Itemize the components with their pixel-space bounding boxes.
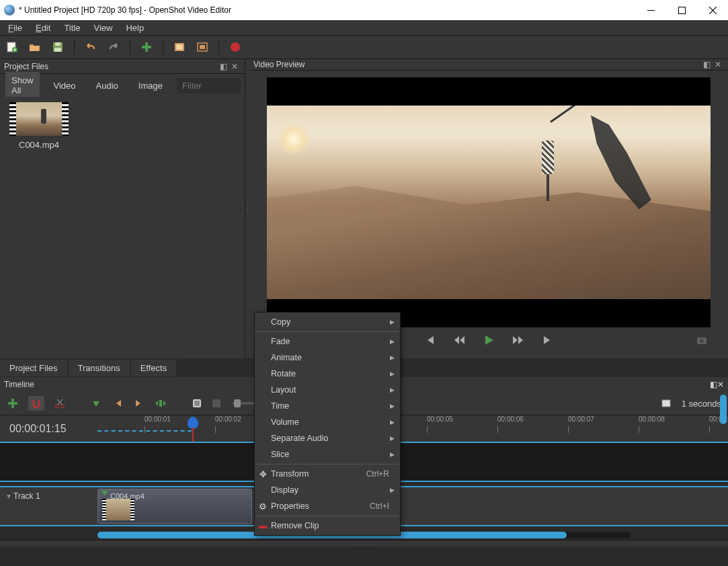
svg-rect-15 [159,400,162,407]
save-project-button[interactable] [51,40,65,54]
video-rendered-frame [267,106,711,299]
minimize-button[interactable] [635,0,666,20]
ruler-tick: 00:00:06 [497,415,524,423]
rewind-button[interactable] [453,334,465,346]
add-marker-button[interactable] [90,397,102,409]
maximize-button[interactable] [666,0,697,20]
svg-rect-18 [662,400,670,407]
project-files-panel: Project Files ◧ ✕ Show All Video Audio I… [0,59,245,358]
timeline-settings-icon[interactable] [660,397,672,409]
project-files-title: Project Files [4,62,48,71]
ctx-remove-clip[interactable]: ▬Remove Clip [255,518,400,534]
redo-button[interactable] [107,40,120,54]
current-timecode: 00:00:01:15 [0,415,97,442]
panel-close-icon[interactable]: ✕ [231,62,241,71]
project-file-item[interactable]: C004.mp4 [5,102,73,150]
menu-edit[interactable]: Edit [29,22,57,34]
fullscreen-button[interactable] [196,40,209,54]
app-icon [4,5,15,15]
main-toolbar [0,35,728,59]
menubar: File Edit Title View Help [0,20,728,35]
menu-title[interactable]: Title [57,22,87,34]
center-playhead-button[interactable] [155,397,167,409]
svg-point-13 [56,405,59,408]
undo-button[interactable] [84,40,97,54]
ctx-animate[interactable]: Animate▶ [255,350,400,366]
open-project-button[interactable] [28,40,42,54]
svg-point-10 [231,42,240,52]
panel-undock-icon[interactable]: ◧ [710,380,717,389]
svg-rect-7 [176,44,183,50]
panel-undock-icon[interactable]: ◧ [703,60,713,69]
filter-audio[interactable]: Audio [90,77,124,94]
snapshot-button[interactable] [696,334,708,346]
ctx-properties[interactable]: ⚙PropertiesCtrl+I [255,498,400,514]
tab-transitions[interactable]: Transitions [69,360,130,376]
vertical-scrollbar[interactable] [720,395,727,424]
ctx-slice[interactable]: Slice▶ [255,446,400,462]
zoom-out-handle[interactable] [212,399,220,407]
ruler-tick: 00:00:07 [568,415,594,423]
panel-resize-handle[interactable]: ...... [0,540,728,547]
ctx-separate-audio[interactable]: Separate Audio▶ [255,430,400,446]
zoom-tool-icon[interactable] [191,397,203,409]
ctx-rotate[interactable]: Rotate▶ [255,366,400,382]
fast-forward-button[interactable] [512,334,524,346]
filter-show-all[interactable]: Show All [5,72,40,99]
panel-close-icon[interactable]: ✕ [715,60,724,69]
tab-project-files[interactable]: Project Files [0,360,67,376]
track-label[interactable] [0,443,97,481]
ruler-tick: 00:00:02 [215,415,241,423]
next-marker-button[interactable] [133,397,145,409]
track-body[interactable]: C004.mp4 [97,487,728,525]
menu-view[interactable]: View [87,22,119,34]
svg-point-12 [700,339,704,343]
ctx-transform[interactable]: ✥TransformCtrl+R [255,466,400,482]
zoom-label: 1 seconds [682,399,721,409]
window-titlebar: * Untitled Project [HD 720p 30 fps] - Op… [0,0,728,20]
timeline-clip[interactable]: C004.mp4 [97,489,252,524]
video-preview-title: Video Preview [253,60,305,69]
timeline-ruler[interactable]: 00:00:01 00:00:02 00:00:03 00:00:04 00:0… [97,415,728,442]
project-files-filter-tabs: Show All Video Audio Image [0,74,245,97]
razor-tool-button[interactable] [54,397,66,409]
filter-image[interactable]: Image [132,77,169,94]
add-track-button[interactable] [7,397,19,409]
project-files-body[interactable]: C004.mp4 [0,97,245,358]
new-project-button[interactable] [5,40,19,54]
import-files-button[interactable] [140,40,153,54]
menu-file[interactable]: File [1,22,29,34]
close-button[interactable] [697,0,728,20]
filter-input[interactable] [177,78,241,93]
menu-help[interactable]: Help [119,22,151,34]
track-body[interactable] [97,443,728,481]
prev-marker-button[interactable] [112,397,124,409]
ctx-volume[interactable]: Volume▶ [255,414,400,430]
file-thumbnail [9,102,69,136]
ctx-fade[interactable]: Fade▶ [255,333,400,350]
jump-end-button[interactable] [542,334,554,346]
ctx-time[interactable]: Time▶ [255,398,400,414]
svg-point-14 [61,405,65,408]
play-button[interactable] [483,334,495,346]
ctx-display[interactable]: Display▶ [255,482,400,498]
track-label[interactable]: ▾Track 1 [0,487,97,525]
timeline-title: Timeline [4,380,34,389]
profile-button[interactable] [173,40,186,54]
ruler-tick: 00:00:08 [639,415,665,423]
filter-video[interactable]: Video [48,77,82,94]
video-frame[interactable] [267,77,711,327]
export-button[interactable] [229,40,242,54]
svg-rect-0 [678,7,685,13]
snap-toggle[interactable] [28,396,44,411]
panel-undock-icon[interactable]: ◧ [220,62,229,71]
tab-effects[interactable]: Effects [131,360,177,376]
playhead[interactable] [188,417,198,429]
jump-start-button[interactable] [423,334,436,346]
svg-rect-9 [200,45,205,49]
ruler-tick: 00:00:05 [427,415,453,423]
ctx-copy[interactable]: Copy▶ [255,314,400,330]
svg-rect-17 [194,401,200,406]
panel-close-icon[interactable]: ✕ [717,380,724,389]
ctx-layout[interactable]: Layout▶ [255,382,400,398]
